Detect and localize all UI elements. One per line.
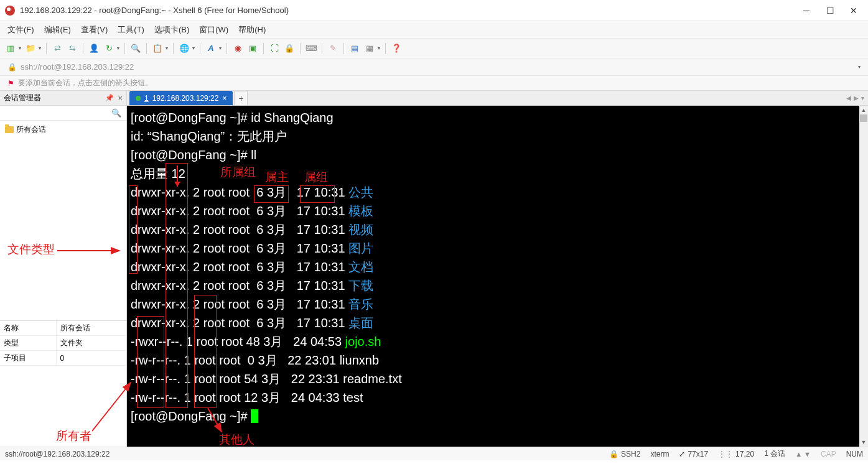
window-title: 192.168.203.129:22 - root@DongFang:~ - X… <box>20 6 802 15</box>
address-drop-icon[interactable]: ▾ <box>858 64 861 70</box>
terminal[interactable]: [root@DongFang ~]# id ShangQiang id: “Sh… <box>127 106 868 447</box>
annotation-owner: 所有者 <box>56 428 91 444</box>
scroll-up-icon[interactable]: ▲ <box>859 106 868 114</box>
minimize-button[interactable]: ─ <box>802 6 811 15</box>
link2-icon[interactable]: ⇆ <box>67 43 78 54</box>
list-item: drwxr-xr-x. 2 root root 6 3月 17 10:31 视频 <box>131 220 864 239</box>
sidebar: 会话管理器 📌 × 🔍 所有会话 名称所有会话 类型文件夹 子项目0 文件类型 … <box>0 91 127 447</box>
copy-icon[interactable]: 📋 <box>152 43 163 54</box>
prop-name-val: 所有会话 <box>56 321 126 336</box>
hint-bar: ⚑ 要添加当前会话，点击左侧的箭头按钮。 <box>0 76 868 91</box>
user-icon[interactable]: 👤 <box>88 43 100 54</box>
prop-child-val: 0 <box>56 351 126 366</box>
panel1-icon[interactable]: ▤ <box>349 43 360 54</box>
highlight-icon[interactable]: ✎ <box>327 43 338 54</box>
address-bar[interactable]: 🔒 ssh://root@192.168.203.129:22 ▾ <box>0 58 868 76</box>
tab-next-icon[interactable]: ▶ <box>854 95 859 101</box>
app-icon <box>5 6 15 16</box>
status-dot-icon <box>136 96 141 101</box>
keyboard-icon[interactable]: ⌨ <box>306 43 317 54</box>
tab-strip: 1 192.168.203.129:22 × + ◀ ▶ ▾ <box>127 91 868 106</box>
tab-label: 192.168.203.129:22 <box>152 94 219 103</box>
pos-icon: ⋮⋮ <box>718 450 733 458</box>
new-tab-button[interactable]: + <box>234 91 248 105</box>
status-lock-icon: 🔒 <box>609 450 618 458</box>
menu-tools[interactable]: 工具(T) <box>118 24 144 35</box>
cursor <box>251 409 258 423</box>
menu-window[interactable]: 窗口(W) <box>199 24 228 35</box>
tab-prev-icon[interactable]: ◀ <box>846 95 851 101</box>
open-icon[interactable]: 📁 <box>25 43 36 54</box>
menu-bar: 文件(F) 编辑(E) 查看(V) 工具(T) 选项卡(B) 窗口(W) 帮助(… <box>0 21 868 39</box>
list-item: -rwxr--r--. 1 root root 48 3月 24 04:53 j… <box>131 332 864 351</box>
list-item: -rw-r--r--. 1 root root 12 3月 24 04:33 t… <box>131 388 864 407</box>
status-bar: ssh://root@192.168.203.129:22 🔒SSH2 xter… <box>0 447 868 460</box>
svg-line-1 <box>92 383 131 431</box>
list-item: drwxr-xr-x. 2 root root 6 3月 17 10:31 下载 <box>131 276 864 295</box>
status-size: 77x17 <box>688 450 708 458</box>
list-item: -rw-r--r--. 1 root root 0 3月 22 23:01 li… <box>131 351 864 369</box>
status-term: xterm <box>650 450 669 458</box>
session-tab[interactable]: 1 192.168.203.129:22 × <box>129 91 233 105</box>
menu-tabs[interactable]: 选项卡(B) <box>154 24 189 35</box>
status-url: ssh://root@192.168.203.129:22 <box>5 450 599 458</box>
window-controls: ─ ☐ ✕ <box>802 6 863 15</box>
refresh-icon[interactable]: ↻ <box>103 43 114 54</box>
updown-icon[interactable]: ▲ ▼ <box>795 450 811 458</box>
list-item: drwxr-xr-x. 2 root root 6 3月 17 10:31 模板 <box>131 202 864 220</box>
menu-view[interactable]: 查看(V) <box>81 24 108 35</box>
scrollbar[interactable]: ▲ ▼ <box>859 106 868 447</box>
resize-icon: ⤢ <box>679 450 685 458</box>
tab-index: 1 <box>144 94 149 103</box>
flag-icon: ⚑ <box>7 79 14 88</box>
link1-icon[interactable]: ⇄ <box>52 43 63 54</box>
list-item: -rw-r--r--. 1 root root 54 3月 22 23:31 r… <box>131 369 864 388</box>
maximize-button[interactable]: ☐ <box>826 6 834 15</box>
font-icon[interactable]: A <box>205 43 217 54</box>
red-dot-icon[interactable]: ◉ <box>232 43 243 54</box>
sidebar-properties: 名称所有会话 类型文件夹 子项目0 <box>0 320 126 366</box>
toolbar: ▥▾ 📁▾ ⇄ ⇆ 👤 ↻▾ 🔍 📋▾ 🌐▾ A▾ ◉ ▣ ⛶ 🔒 ⌨ ✎ ▤ … <box>0 39 868 58</box>
sidebar-title: 会话管理器 <box>4 93 105 103</box>
lock-icon[interactable]: 🔒 <box>284 43 295 54</box>
title-bar: 192.168.203.129:22 - root@DongFang:~ - X… <box>0 0 868 21</box>
new-session-icon[interactable]: ▥ <box>5 43 16 54</box>
prop-child-key: 子项目 <box>0 351 56 366</box>
status-num: NUM <box>846 450 863 458</box>
menu-file[interactable]: 文件(F) <box>7 24 34 35</box>
menu-help[interactable]: 帮助(H) <box>238 24 266 35</box>
scroll-thumb[interactable] <box>860 114 867 122</box>
tab-nav: ◀ ▶ ▾ <box>842 91 868 105</box>
list-item: drwxr-xr-x. 2 root root 6 3月 17 10:31 图片 <box>131 239 864 258</box>
folder-icon <box>5 126 14 133</box>
tree-root-label: 所有会话 <box>16 124 46 135</box>
annotation-other: 其他人 <box>219 430 254 447</box>
panel2-icon[interactable]: ▦ <box>364 43 375 54</box>
pin-icon[interactable]: 📌 <box>105 94 114 102</box>
hint-text: 要添加当前会话，点击左侧的箭头按钮。 <box>18 78 152 88</box>
tree-root-item[interactable]: 所有会话 <box>5 123 121 136</box>
list-item: drwxr-xr-x. 2 root root 6 3月 17 10:31 文档 <box>131 258 864 276</box>
sidebar-search[interactable]: 🔍 <box>0 106 126 121</box>
prop-type-key: 类型 <box>0 336 56 351</box>
content-area: 1 192.168.203.129:22 × + ◀ ▶ ▾ [root@Don… <box>127 91 868 447</box>
prop-name-key: 名称 <box>0 321 56 336</box>
search-icon[interactable]: 🔍 <box>130 43 141 54</box>
menu-edit[interactable]: 编辑(E) <box>44 24 71 35</box>
sidebar-header: 会话管理器 📌 × <box>0 91 126 106</box>
prop-type-val: 文件夹 <box>56 336 126 351</box>
tab-list-icon[interactable]: ▾ <box>861 95 864 101</box>
fullscreen-icon[interactable]: ⛶ <box>269 43 280 54</box>
tab-close-icon[interactable]: × <box>222 94 226 103</box>
session-tree[interactable]: 所有会话 <box>0 121 126 320</box>
green-play-icon[interactable]: ▣ <box>247 43 258 54</box>
globe-icon[interactable]: 🌐 <box>179 43 190 54</box>
status-cap: CAP <box>821 450 836 458</box>
status-sess: 1 会话 <box>764 448 785 459</box>
close-button[interactable]: ✕ <box>849 6 858 15</box>
help-icon[interactable]: ❓ <box>391 43 402 54</box>
list-item: drwxr-xr-x. 2 root root 6 3月 17 10:31 桌面 <box>131 314 864 332</box>
sidebar-close-icon[interactable]: × <box>118 93 123 103</box>
status-pos: 17,20 <box>735 450 754 458</box>
scroll-down-icon[interactable]: ▼ <box>859 438 868 447</box>
